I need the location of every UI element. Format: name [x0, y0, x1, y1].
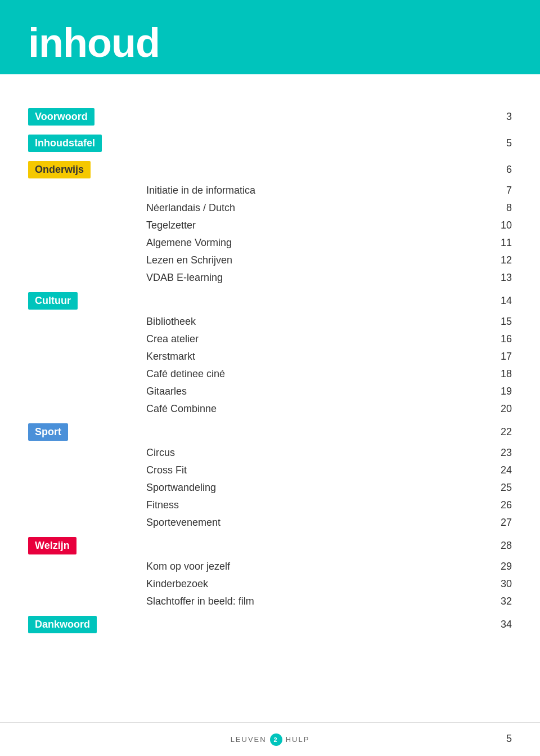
category-page: 14 [478, 287, 512, 313]
item-page: 15 [478, 313, 512, 330]
footer-text-left: LEUVEN [231, 735, 267, 744]
item-page: 30 [478, 575, 512, 593]
item-label-empty [28, 182, 141, 199]
main-content: Voorwoord 3 Inhoudstafel 5 Onderwijs 6 I… [0, 86, 540, 682]
toc-item-row: Algemene Vorming 11 [28, 234, 512, 252]
item-page: 27 [478, 514, 512, 531]
item-page: 17 [478, 348, 512, 365]
item-title: Café Combinne [141, 400, 478, 418]
toc-item-row: Café Combinne 20 [28, 400, 512, 418]
item-title: Bibliotheek [141, 313, 478, 330]
item-label-empty [28, 217, 141, 234]
toc-item-row: Tegelzetter 10 [28, 217, 512, 234]
item-page: 26 [478, 496, 512, 514]
toc-item-row: Slachtoffer in beeld: film 32 [28, 593, 512, 610]
footer-circle: 2 [270, 733, 282, 746]
item-title: Tegelzetter [141, 217, 478, 234]
toc-category-row: Sport 22 [28, 418, 512, 444]
item-title: Kerstmarkt [141, 348, 478, 365]
category-page: 22 [478, 418, 512, 444]
toc-item-row: Crea atelier 16 [28, 330, 512, 348]
toc-item-row: Néerlandais / Dutch 8 [28, 199, 512, 217]
item-page: 10 [478, 217, 512, 234]
category-title-empty [141, 418, 478, 444]
toc-item-row: Bibliotheek 15 [28, 313, 512, 330]
toc-item-row: Kom op voor jezelf 29 [28, 558, 512, 575]
item-label-empty [28, 383, 141, 400]
toc-item-row: Sportwandeling 25 [28, 479, 512, 496]
item-page: 7 [478, 182, 512, 199]
toc-category-row: Onderwijs 6 [28, 155, 512, 182]
category-page: 28 [478, 531, 512, 558]
footer-logo: LEUVEN 2 HULP [231, 733, 310, 746]
item-title: Slachtoffer in beeld: film [141, 593, 478, 610]
item-page: 32 [478, 593, 512, 610]
toc-category-row: Inhoudstafel 5 [28, 129, 512, 155]
item-page: 11 [478, 234, 512, 252]
item-page: 19 [478, 383, 512, 400]
item-title: Café detinee ciné [141, 365, 478, 383]
toc-item-row: Circus 23 [28, 444, 512, 462]
item-title: Circus [141, 444, 478, 462]
category-title-empty [141, 129, 478, 155]
item-label-empty [28, 199, 141, 217]
toc-item-row: VDAB E-learning 13 [28, 269, 512, 287]
item-page: 16 [478, 330, 512, 348]
item-label-empty [28, 330, 141, 348]
item-label-empty [28, 558, 141, 575]
toc-table: Voorwoord 3 Inhoudstafel 5 Onderwijs 6 I… [28, 102, 512, 637]
page-number: 5 [506, 733, 512, 745]
category-title-empty [141, 102, 478, 129]
item-page: 29 [478, 558, 512, 575]
toc-category-row: Dankwoord 34 [28, 610, 512, 637]
item-title: Fitness [141, 496, 478, 514]
toc-item-row: Sportevenement 27 [28, 514, 512, 531]
item-title: Initiatie in de informatica [141, 182, 478, 199]
category-title-empty [141, 287, 478, 313]
item-label-empty [28, 444, 141, 462]
item-title: Kom op voor jezelf [141, 558, 478, 575]
category-label: Welzijn [28, 537, 76, 554]
item-page: 24 [478, 462, 512, 479]
item-title: Algemene Vorming [141, 234, 478, 252]
item-title: Gitaarles [141, 383, 478, 400]
toc-category-row: Cultuur 14 [28, 287, 512, 313]
toc-item-row: Café detinee ciné 18 [28, 365, 512, 383]
item-page: 12 [478, 252, 512, 269]
category-page: 5 [478, 129, 512, 155]
toc-item-row: Initiatie in de informatica 7 [28, 182, 512, 199]
item-title: Kinderbezoek [141, 575, 478, 593]
item-label-empty [28, 496, 141, 514]
toc-item-row: Cross Fit 24 [28, 462, 512, 479]
footer: LEUVEN 2 HULP [0, 722, 540, 756]
category-label: Onderwijs [28, 161, 91, 178]
item-label-empty [28, 593, 141, 610]
item-page: 18 [478, 365, 512, 383]
category-title-empty [141, 155, 478, 182]
toc-item-row: Kerstmarkt 17 [28, 348, 512, 365]
category-label: Cultuur [28, 292, 78, 310]
item-label-empty [28, 269, 141, 287]
item-title: Cross Fit [141, 462, 478, 479]
item-title: Sportwandeling [141, 479, 478, 496]
item-title: Sportevenement [141, 514, 478, 531]
toc-item-row: Fitness 26 [28, 496, 512, 514]
header-banner: inhoud [0, 0, 540, 73]
footer-text-right: HULP [286, 735, 310, 744]
category-title-empty [141, 610, 478, 637]
category-page: 6 [478, 155, 512, 182]
toc-category-row: Welzijn 28 [28, 531, 512, 558]
item-title: VDAB E-learning [141, 269, 478, 287]
item-title: Lezen en Schrijven [141, 252, 478, 269]
item-label-empty [28, 514, 141, 531]
item-label-empty [28, 348, 141, 365]
page-title: inhoud [28, 23, 160, 63]
item-page: 23 [478, 444, 512, 462]
category-label: Dankwoord [28, 616, 97, 633]
item-label-empty [28, 575, 141, 593]
item-label-empty [28, 462, 141, 479]
item-title: Néerlandais / Dutch [141, 199, 478, 217]
category-page: 34 [478, 610, 512, 637]
item-page: 13 [478, 269, 512, 287]
item-label-empty [28, 252, 141, 269]
